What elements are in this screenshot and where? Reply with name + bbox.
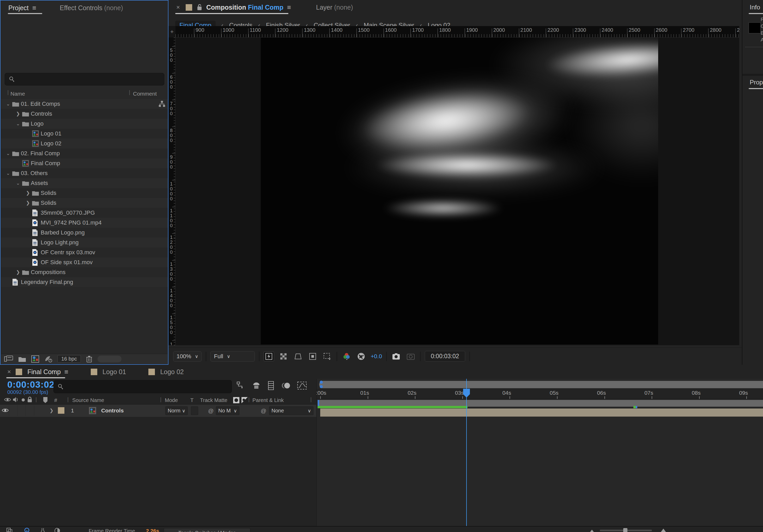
layer-blend-mode-dropdown[interactable]: Norm∨	[165, 406, 188, 415]
lock-column-icon[interactable]	[27, 397, 32, 403]
layer-video-toggle[interactable]	[2, 405, 9, 416]
collapse-icon[interactable]: ⌄	[4, 150, 12, 156]
composition-mini-flowchart-icon[interactable]	[236, 381, 245, 390]
project-item-solids[interactable]: ❯Solids	[1, 198, 168, 208]
tab-project[interactable]: Project	[8, 4, 29, 12]
project-search-input[interactable]	[5, 73, 164, 85]
live-update-icon[interactable]	[24, 528, 30, 532]
tab-effect-controls[interactable]: Effect Controls (none)	[60, 4, 123, 12]
project-item-assets[interactable]: ⌄Assets	[1, 178, 168, 188]
column-mode[interactable]: Mode	[165, 397, 178, 403]
project-item-controls[interactable]: ❯Controls	[1, 109, 168, 119]
expand-icon[interactable]: ❯	[24, 190, 32, 196]
project-item-logo-light-png[interactable]: Logo Light.png	[1, 237, 168, 247]
layer-parent-dropdown[interactable]: None∨	[269, 406, 313, 415]
delete-item-icon[interactable]	[86, 355, 92, 363]
collapse-icon[interactable]: ⌄	[14, 180, 22, 186]
navigator-end-handle[interactable]	[320, 385, 323, 388]
video-column-icon[interactable]	[4, 397, 11, 402]
matte-luma-icon[interactable]	[241, 397, 248, 403]
timeline-zoom-slider[interactable]	[600, 530, 652, 531]
parent-pickwhip-icon[interactable]: @	[261, 408, 266, 414]
project-item-mvi-9742-png-01-mp4[interactable]: MVI_9742 PNG 01.mp4	[1, 218, 168, 228]
label-column-icon[interactable]	[42, 397, 49, 403]
half-moon-icon[interactable]	[54, 528, 60, 532]
motion-blur-icon[interactable]	[281, 381, 291, 390]
playhead-line[interactable]	[466, 379, 467, 532]
composition-viewport[interactable]	[175, 38, 739, 345]
project-item-03-others[interactable]: ⌄03. Others	[1, 168, 168, 178]
column-source-name[interactable]: Source Name	[72, 397, 104, 403]
layer-track-matte-dropdown[interactable]: No M∨	[216, 406, 239, 415]
unlock-icon[interactable]	[197, 4, 202, 11]
channel-wheel-icon[interactable]	[341, 351, 352, 361]
magnification-dropdown[interactable]: 100%∨	[173, 351, 202, 362]
column-number[interactable]: #	[54, 397, 57, 403]
composition-panel-menu-icon[interactable]: ≡	[287, 3, 291, 12]
bit-depth-button[interactable]: 16 bpc	[57, 355, 81, 363]
tab-layer[interactable]: Layer (none)	[316, 4, 353, 11]
region-of-interest-icon[interactable]	[307, 351, 318, 361]
toggle-switches-modes-button[interactable]: Toggle Switches / Modes	[164, 528, 250, 532]
zoom-slider-handle[interactable]	[623, 528, 627, 532]
exposure-shutter-icon[interactable]	[356, 351, 366, 361]
take-snapshot-icon[interactable]	[391, 351, 401, 361]
column-t[interactable]: T	[190, 397, 193, 403]
frame-blending-icon[interactable]	[267, 381, 275, 390]
exposure-value[interactable]: +0.0	[371, 353, 382, 360]
timeline-search-input[interactable]	[54, 380, 232, 393]
project-item-logo-01[interactable]: Logo 01	[1, 129, 168, 138]
project-item-legendary-final-png[interactable]: Legendary Final.png	[1, 277, 168, 287]
mask-visibility-icon[interactable]	[293, 351, 303, 361]
flowchart-icon[interactable]	[159, 101, 165, 107]
render-engine-icon[interactable]	[44, 355, 52, 363]
column-parent-link[interactable]: Parent & Link	[253, 397, 284, 403]
audio-column-icon[interactable]	[13, 397, 18, 403]
layer-solo-toggle[interactable]	[18, 405, 26, 416]
timeline-tab-logo-02[interactable]: Logo 02	[148, 365, 183, 379]
project-horizontal-scrollbar[interactable]	[97, 356, 122, 362]
timeline-panel-menu-icon[interactable]: ≡	[64, 368, 68, 376]
project-item-of-centr-spx-03-mov[interactable]: OF Centr spx 03.mov	[1, 247, 168, 257]
expand-icon[interactable]: ❯	[24, 200, 32, 206]
vertical-ruler[interactable]: 5 0 06 0 07 0 08 0 09 0 01 0 0 01 1 0 01…	[168, 38, 175, 345]
track-matte-pickwhip-icon[interactable]: @	[208, 408, 214, 414]
layer-color-label[interactable]	[58, 407, 64, 414]
graph-editor-icon[interactable]	[297, 381, 307, 390]
column-track-matte[interactable]: Track Matte	[200, 397, 227, 403]
project-item-final-comp[interactable]: Final Comp	[1, 158, 168, 168]
new-folder-icon[interactable]	[18, 356, 26, 362]
snapshot-icon[interactable]	[6, 528, 13, 532]
collapse-icon[interactable]: ⌄	[14, 121, 22, 127]
project-panel-menu-icon[interactable]: ≡	[32, 4, 36, 12]
layer-expand-arrow[interactable]: ❯	[50, 408, 54, 413]
layer-lock-toggle[interactable]	[27, 405, 34, 416]
layer-duration-bar[interactable]	[320, 408, 763, 416]
close-tab-icon[interactable]: ×	[7, 368, 11, 376]
layer-name[interactable]: Controls	[101, 407, 124, 414]
horizontal-ruler[interactable]: 9001000110012001300140015001600170018001…	[175, 26, 739, 38]
time-navigator-bar[interactable]	[319, 381, 763, 388]
zoom-out-mountain-icon[interactable]	[589, 529, 595, 532]
tab-info[interactable]: Info	[750, 4, 760, 11]
layer-t-toggle[interactable]	[191, 406, 198, 415]
project-item-barbed-logo-png[interactable]: Barbed Logo.png	[1, 228, 168, 237]
timeline-tab-logo-01[interactable]: Logo 01	[91, 365, 126, 379]
transparency-grid-icon[interactable]	[278, 351, 289, 361]
new-composition-icon[interactable]	[31, 355, 39, 363]
project-item-solids[interactable]: ❯Solids	[1, 188, 168, 198]
current-time-display[interactable]: 0:00:03:02	[7, 379, 54, 390]
project-item-logo-02[interactable]: Logo 02	[1, 138, 168, 148]
zoom-in-mountain-icon[interactable]	[660, 528, 667, 532]
matte-alpha-icon[interactable]	[233, 397, 240, 403]
layer-row[interactable]: ❯ 1 Controls Norm∨ @ No M∨ @ None∨	[0, 404, 316, 417]
resolution-dropdown[interactable]: Full∨	[210, 351, 255, 362]
column-comment[interactable]: Comment	[133, 91, 157, 97]
viewer-current-time[interactable]: 0:00:03:02	[425, 351, 465, 362]
flask-icon[interactable]	[40, 528, 46, 532]
close-tab-icon[interactable]: ×	[176, 4, 180, 11]
project-item-01-edit-comps[interactable]: ⌄01. Edit Comps	[1, 99, 168, 109]
project-item-compositions[interactable]: ❯Compositions	[1, 267, 168, 277]
ruler-origin-crosshair-icon[interactable]: +	[168, 26, 175, 38]
tab-composition[interactable]: Composition Final Comp	[206, 4, 283, 11]
